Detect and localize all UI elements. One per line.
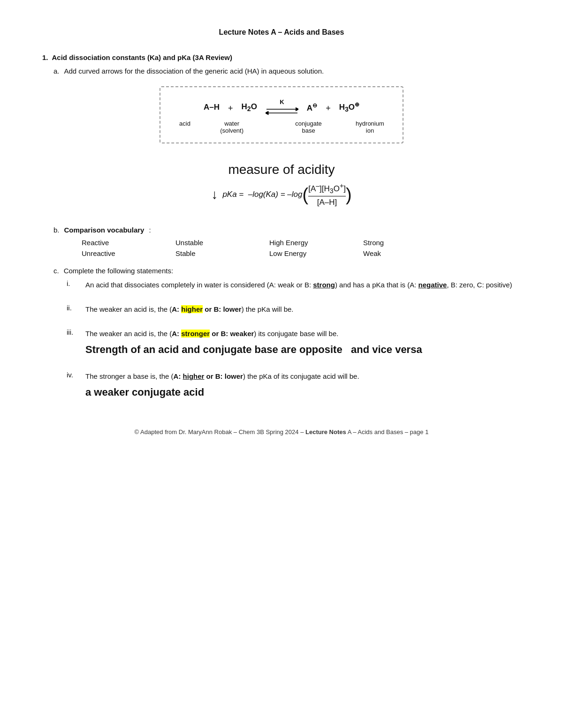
statement-ii-text: The weaker an acid is, the (A: higher or… <box>85 304 521 315</box>
big-paren-left: ( <box>303 186 309 203</box>
statement-iv-text: The stronger a base is, the (A: higher o… <box>85 371 521 400</box>
statement-iv: iv. The stronger a base is, the (A: high… <box>67 371 521 400</box>
roman-i: i. <box>67 279 77 291</box>
species-aconj: A⊖ <box>307 102 317 113</box>
sub-a-text: Add curved arrows for the dissociation o… <box>64 67 324 75</box>
sub-a-label: a. <box>53 67 60 75</box>
pka-denominator: [A–H] <box>308 198 346 207</box>
k-label: K <box>280 98 284 105</box>
footer-bold: Lecture Notes <box>305 428 346 435</box>
section-1: 1. Acid dissociation constants (Ka) and … <box>42 53 521 400</box>
handwritten-iv: a weaker conjugate acid <box>85 384 521 400</box>
a-label-ii: A: <box>172 305 181 313</box>
pka-text: pKa = –log(Ka) = –log <box>222 190 302 199</box>
vocab-stable: Stable <box>175 249 269 257</box>
strong-label: strong <box>313 281 335 289</box>
statement-i: i. An acid that dissociates completely i… <box>67 279 521 291</box>
vocab-unstable: Unstable <box>175 239 269 247</box>
sub-c-text: Complete the following statements: <box>64 267 173 275</box>
higher-label: higher <box>181 305 203 313</box>
section-1-num: 1. <box>42 53 48 64</box>
higher-label-iv: higher <box>183 372 205 380</box>
sub-a: a. Add curved arrows for the dissociatio… <box>53 67 521 75</box>
vocab-high-energy: High Energy <box>269 239 363 247</box>
section-1-label: Acid dissociation constants (Ka) and pKa… <box>52 53 233 61</box>
equation-row: A–H + H2O K <box>175 98 388 116</box>
species-h3o: H3O⊕ <box>339 101 359 113</box>
pka-handwritten-title: measure of acidity <box>42 162 521 177</box>
species-ah: A–H <box>204 103 220 112</box>
footer-text2: A – Acids and Bases – page 1 <box>348 428 429 435</box>
statement-i-text: An acid that dissociates completely in w… <box>85 279 521 291</box>
negative-label: negative <box>418 281 447 289</box>
a-label-iv: A: <box>174 372 183 380</box>
or-label-ii: or B: lower <box>203 305 242 313</box>
statement-ii: ii. The weaker an acid is, the (A: highe… <box>67 304 521 315</box>
vocab-low-energy: Low Energy <box>269 249 363 257</box>
double-arrow-svg <box>266 106 298 116</box>
vocab-strong: Strong <box>363 239 457 247</box>
species-h2o: H2O <box>241 102 257 113</box>
label-conjbase: conjugate base <box>290 120 327 134</box>
sub-b-header-row: b. Comparison vocabulary: <box>53 226 521 234</box>
stronger-label: stronger <box>181 330 210 338</box>
reaction-arrow: K <box>266 98 298 116</box>
page-title: Lecture Notes A – Acids and Bases <box>42 28 521 37</box>
label-hydronium: hydronium ion <box>351 120 388 134</box>
sub-b-label: b. <box>53 226 60 234</box>
vocab-unreactive: Unreactive <box>82 249 175 257</box>
a-label-iii: A: <box>172 330 181 338</box>
vocab-weak: Weak <box>363 249 457 257</box>
plus-2: + <box>326 104 331 113</box>
plus-1: + <box>228 104 233 113</box>
pka-fraction: [A–][H3O+] [A–H] <box>308 182 346 207</box>
vocab-reactive: Reactive <box>82 239 175 247</box>
roman-iv: iv. <box>67 371 77 400</box>
vocab-row-1: Reactive Unstable High Energy Strong <box>82 239 521 247</box>
roman-iii: iii. <box>67 328 77 358</box>
big-paren-right: ) <box>346 186 352 203</box>
statement-iii: iii. The weaker an acid is, the (A: stro… <box>67 328 521 358</box>
sub-c-label: c. <box>53 267 59 275</box>
sub-c-header-row: c. Complete the following statements: <box>53 267 521 275</box>
equation-labels: acid water(solvent) conjugate base hydro… <box>175 120 388 134</box>
sub-b-colon: : <box>149 226 151 234</box>
label-water: water(solvent) <box>220 120 244 134</box>
vocab-row-2: Unreactive Stable Low Energy Weak <box>82 249 521 257</box>
vocab-table: Reactive Unstable High Energy Strong Unr… <box>82 239 521 257</box>
footer-text: © Adapted from Dr. MaryAnn Robak – Chem … <box>135 428 304 435</box>
equation-box: A–H + H2O K <box>160 86 403 143</box>
handwritten-iii: Strength of an acid and conjugate base a… <box>85 341 521 358</box>
label-acid: acid <box>175 120 195 127</box>
or-b-iii: or B: weaker <box>210 330 254 338</box>
sub-b: b. Comparison vocabulary: Reactive Unsta… <box>53 226 521 257</box>
sub-b-header: Comparison vocabulary <box>64 226 145 234</box>
statement-iii-text: The weaker an acid is, the (A: stronger … <box>85 328 521 358</box>
sub-c: c. Complete the following statements: i.… <box>53 267 521 400</box>
pka-area: measure of acidity ↓ pKa = –log(Ka) = –l… <box>42 162 521 207</box>
or-b-iv: or B: lower <box>204 372 243 380</box>
footer: © Adapted from Dr. MaryAnn Robak – Chem … <box>42 428 521 435</box>
down-arrow-icon: ↓ <box>211 187 218 202</box>
pka-formula-row: ↓ pKa = –log(Ka) = –log ( [A–][H3O+] [A–… <box>42 182 521 207</box>
pka-numerator: [A–][H3O+] <box>308 182 346 196</box>
roman-ii: ii. <box>67 304 77 315</box>
